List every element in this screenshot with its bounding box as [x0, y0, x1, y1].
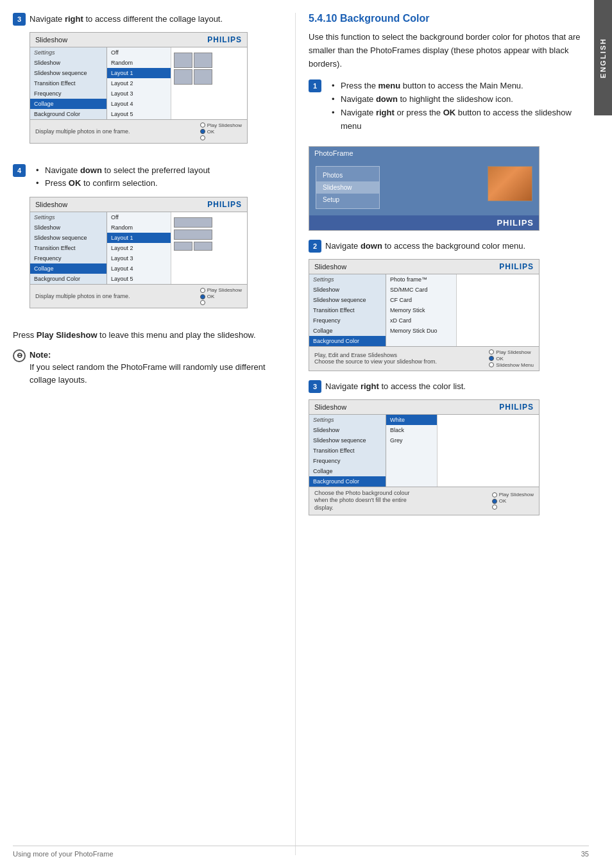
menu2-bgcolor: Background Color [30, 274, 106, 284]
philips-ui-3-header: Slideshow PHILIPS [309, 260, 539, 274]
sub-layout4: Layout 4 [107, 99, 171, 109]
photoframe-header: PhotoFrame [309, 147, 539, 160]
philips-ui-4: Slideshow PHILIPS Settings Slideshow Sli… [309, 399, 540, 515]
photoframe-body: Photos Slideshow Setup [309, 160, 539, 215]
footer4-ok-btn: OK [492, 498, 534, 504]
footer-right: 35 [581, 850, 589, 858]
menu-frequency: Frequency [30, 88, 106, 99]
sub2-off: Off [107, 212, 171, 222]
philips-ui-3: Slideshow PHILIPS Settings Slideshow Sli… [309, 259, 540, 371]
philips-ui-4-submenu: White Black Grey [386, 415, 438, 487]
philips-ui-3-menu: Settings Slideshow Slideshow sequence Tr… [309, 274, 386, 346]
radio2-empty [200, 300, 205, 305]
footer3-play-btn: Play Slideshow [489, 349, 534, 355]
philips-ui-1-title: Slideshow [35, 36, 67, 44]
sub-layout5: Layout 5 [107, 109, 171, 119]
philips-ui-2-content [171, 212, 247, 284]
step-4-content: Navigate down to select the preferred la… [30, 164, 280, 318]
menu4-collage: Collage [309, 466, 386, 476]
menu4-transition: Transition Effect [309, 446, 386, 456]
right-step-2-row: 2 Navigate down to access the background… [309, 240, 584, 253]
footer2-ok-btn: OK [200, 294, 242, 299]
step-4-row: 4 Navigate down to select the preferred … [13, 164, 280, 318]
step-4-bullet2: Press OK to confirm selection. [36, 177, 280, 190]
sub2-layout3: Layout 3 [107, 253, 171, 263]
ok4-label: OK [499, 498, 507, 504]
radio4-empty [492, 505, 497, 510]
radio-play [200, 122, 205, 128]
photoframe-brand: PHILIPS [497, 218, 534, 228]
right-step-1-b3: Navigate right or press the OK button to… [332, 106, 584, 133]
footer-ok-btn: OK [200, 129, 242, 135]
sub3-memorystick: Memory Stick [386, 305, 456, 315]
photoframe-footer: PHILIPS [309, 215, 539, 230]
step-4-badge: 4 [13, 164, 26, 177]
footer2-play-btn: Play Slideshow [200, 287, 242, 293]
radio2-ok [200, 294, 205, 299]
philips-ui-2-submenu: Off Random Layout 1 Layout 2 Layout 3 La… [107, 212, 171, 284]
menu-transition: Transition Effect [30, 78, 106, 88]
philips-ui-1-submenu: Off Random Layout 1 Layout 2 Layout 3 La… [107, 47, 171, 119]
philips-ui-3-content [457, 274, 539, 346]
sub-off: Off [107, 47, 171, 58]
radio3-menu [489, 362, 494, 367]
philips-ui-1-content [171, 47, 247, 119]
sub-layout3: Layout 3 [107, 88, 171, 99]
radio4-play [492, 492, 497, 497]
philips-settings-label2: Settings [30, 212, 106, 222]
philips-ui-1-footer-text: Display multiple photos in one frame. [35, 128, 130, 135]
section-title: 5.4.10 Background Color [309, 13, 430, 24]
sub2-layout4: Layout 4 [107, 263, 171, 274]
philips-ui-4-header: Slideshow PHILIPS [309, 400, 539, 415]
note-icon: ⊖ [13, 349, 26, 362]
ok3-label: OK [496, 356, 504, 362]
philips-ui-1-brand: PHILIPS [207, 35, 242, 44]
sub-random: Random [107, 58, 171, 68]
right-step-3-row: 3 Navigate right to access the color lis… [309, 380, 584, 393]
section-title-text: Background Color [340, 13, 430, 24]
philips-ui-2-brand: PHILIPS [207, 200, 242, 209]
sub2-layout2: Layout 2 [107, 243, 171, 253]
menu2-collage: Collage [30, 263, 106, 274]
sub3-xd: xD Card [386, 315, 456, 326]
sub4-white: White [386, 415, 437, 425]
menu3-bgcolor: Background Color [309, 336, 386, 346]
radio-empty [200, 135, 205, 140]
sub3-photoframe: Photo frame™ [386, 274, 456, 285]
philips-ui-1: Slideshow PHILIPS Settings Slideshow Sli… [30, 32, 248, 144]
menu-slideshow-seq: Slideshow sequence [30, 68, 106, 78]
play-label: Play Slideshow [207, 122, 242, 128]
footer2-empty-btn [200, 300, 242, 305]
sub-layout2: Layout 2 [107, 78, 171, 88]
philips-ui-1-footer-btns: Play Slideshow OK [200, 122, 242, 140]
photoframe-content [385, 166, 482, 209]
philips-ui-4-brand: PHILIPS [499, 403, 534, 412]
right-step-2-text: Navigate down to access the background c… [325, 240, 584, 253]
right-step-3-badge: 3 [309, 380, 321, 393]
side-tab-label: ENGLISH [599, 38, 607, 78]
right-step-1-row: 1 Press the menu button to access the Ma… [309, 79, 584, 139]
menu2-transition: Transition Effect [30, 243, 106, 253]
note-text: Note: If you select random the PhotoFram… [30, 349, 280, 387]
philips-ui-1-body: Settings Slideshow Slideshow sequence Tr… [30, 47, 247, 119]
menu4-slideshow: Slideshow [309, 425, 386, 435]
sub2-random: Random [107, 222, 171, 233]
sub4-grey: Grey [386, 435, 437, 446]
philips-ui-4-footer-text: Choose the Photo background colour when … [314, 490, 417, 512]
philips-ui-4-content [438, 415, 539, 487]
philips-ui-2-footer: Display multiple photos in one frame. Pl… [30, 284, 247, 308]
footer-empty-btn [200, 135, 242, 140]
philips-ui-2-title: Slideshow [35, 201, 67, 208]
right-column: 5.4.10 Background Color Use this functio… [295, 13, 584, 855]
step-3-row: 3 Navigate right to access different the… [13, 13, 280, 153]
philips-ui-1-menu: Settings Slideshow Slideshow sequence Tr… [30, 47, 107, 119]
menu-slideshow: Slideshow [30, 58, 106, 68]
photoframe-thumb [488, 166, 532, 201]
philips-ui-3-footer-text: Play, Edit and Erase Slideshows Choose t… [314, 352, 437, 365]
philips-ui-3-footer: Play, Edit and Erase Slideshows Choose t… [309, 346, 539, 371]
radio3-play [489, 349, 494, 355]
footer4-play-btn: Play Slideshow [492, 492, 534, 497]
footer3-text2: Choose the source to view your slideshow… [314, 358, 437, 365]
philips-ui-2-header: Slideshow PHILIPS [30, 197, 247, 212]
photoframe-ui: PhotoFrame Photos Slideshow Setup PHILIP… [309, 146, 540, 231]
